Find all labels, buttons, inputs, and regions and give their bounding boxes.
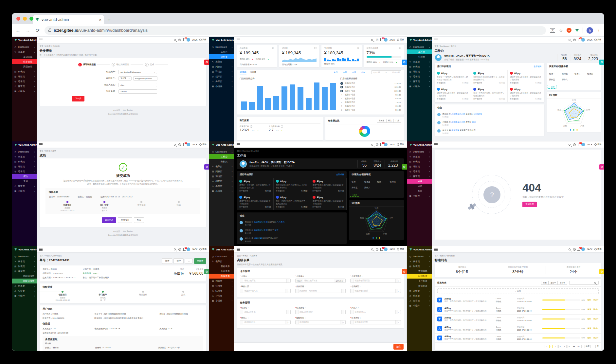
sidebar-menu-item[interactable]: ▤列表页 — [407, 159, 432, 164]
help-icon[interactable]: ? — [178, 248, 181, 251]
sidebar-menu-item[interactable]: ⚠异常页 — [209, 79, 234, 84]
activity-link[interactable]: 留言 — [275, 229, 279, 231]
edit-link[interactable]: 编辑 — [588, 337, 591, 339]
menu-trigger-icon[interactable] — [237, 248, 240, 251]
footer-link[interactable]: Ant Design — [123, 230, 133, 233]
activity-link[interactable]: 高逼格设计天团 — [254, 221, 268, 223]
help-icon[interactable]: ? — [376, 143, 378, 146]
sidebar-menu-item[interactable]: ◷Dashboard — [407, 149, 432, 154]
theme-settings-gear-icon[interactable]: ⚙ — [402, 164, 407, 170]
back-to-list-button[interactable]: 返回列表 — [102, 217, 116, 223]
project-tile[interactable]: Alipay 城镇中有那么多的酒馆，她却偏偏走进了我的酒馆 科学搬砖组9小时前 — [508, 86, 544, 102]
sidebar-menu-item[interactable]: ◎结果页 — [209, 179, 234, 184]
project-tile[interactable]: Alipay 那是一种内在的东西，他们到达不了，也无法触及的 科学搬砖组9小时前 — [274, 194, 310, 210]
sidebar-menu-item[interactable]: ▦小组件 — [209, 298, 234, 303]
edit-link[interactable]: 编辑 — [588, 318, 591, 320]
sidebar-menu-item[interactable]: ◷Dashboard — [209, 254, 234, 259]
project-team[interactable]: 科学搬砖组 — [276, 206, 284, 208]
minimize-window-button[interactable] — [23, 17, 27, 21]
username[interactable]: JACK — [390, 39, 395, 41]
receiver-account-input[interactable]: test@example.com — [133, 76, 157, 81]
project-team[interactable]: 科学搬砖组 — [239, 190, 248, 192]
language-switch[interactable]: 简体 — [594, 143, 602, 146]
sidebar-menu-item[interactable]: 高级表单 — [12, 64, 37, 69]
notifications-bell[interactable]: 13 — [380, 39, 381, 41]
username[interactable]: JACK — [587, 143, 592, 146]
page-button[interactable]: 1 — [549, 345, 553, 348]
jump-page-input[interactable] — [590, 345, 596, 348]
user-avatar[interactable] — [581, 247, 585, 251]
maximize-window-button[interactable] — [29, 17, 33, 21]
language-switch[interactable]: 简体 — [397, 248, 404, 251]
project-team[interactable]: 科学搬砖组 — [510, 82, 518, 84]
sidebar-menu-item[interactable]: 分步表单 — [209, 269, 234, 274]
item-title[interactable]: AliPay — [444, 317, 494, 319]
project-team[interactable]: 科学搬砖组 — [437, 82, 445, 84]
language-switch[interactable]: 简体 — [199, 248, 207, 251]
project-tile[interactable]: Alipay 城镇中有那么多的酒馆，她却偏偏走进了我的酒馆 科学搬砖组9小时前 — [435, 86, 471, 102]
channel-button[interactable]: 门店 — [394, 119, 401, 123]
sidebar-menu-item[interactable]: ✎表单页 — [209, 164, 234, 169]
info-icon[interactable]: i — [281, 125, 283, 128]
sidebar-menu-item[interactable]: ▥详情页 — [12, 164, 37, 169]
theme-settings-gear-icon[interactable]: ⚙ — [204, 164, 209, 170]
more-link[interactable]: 更多∨ — [593, 318, 599, 320]
view-project-button[interactable]: 查看项目 — [118, 217, 132, 223]
page-button[interactable]: ••• — [572, 345, 576, 348]
project-tile[interactable]: Alipay 那时候我只会想自己想要什么，从不想自己拥有什么 科学搬砖组9小时前 — [471, 70, 508, 86]
close-tab-icon[interactable]: × — [99, 17, 101, 22]
notifications-bell[interactable]: 13 — [578, 143, 578, 146]
sidebar-menu-item[interactable]: ▤列表页 — [209, 169, 234, 174]
menu-trigger-icon[interactable] — [434, 143, 438, 146]
project-team[interactable]: 科学搬砖组 — [473, 82, 482, 84]
app-logo[interactable]: Vue Antd Admin — [209, 141, 234, 148]
language-switch[interactable]: 简体 — [199, 143, 207, 146]
sidebar-menu-item[interactable]: ⚠异常页 — [407, 298, 432, 303]
sidebar-menu-item[interactable]: ▤列表页 — [209, 279, 234, 283]
project-team[interactable]: 科学搬砖组 — [510, 98, 518, 100]
help-icon[interactable]: ? — [573, 143, 576, 146]
menu-trigger-icon[interactable] — [237, 39, 240, 41]
sidebar-menu-item[interactable]: ⚠异常页 — [407, 174, 432, 179]
footer-link[interactable]: Ant Design — [123, 109, 133, 112]
sidebar-menu-item[interactable]: ▥详情页 — [209, 283, 234, 288]
step-detail[interactable]: 2016-12-12 12:32 — [43, 299, 83, 301]
amount-input[interactable]: ¥ 5000 — [118, 89, 157, 94]
notifications-bell[interactable]: 13 — [380, 248, 381, 250]
sidebar-menu-item[interactable]: ✎表单页 — [407, 259, 432, 264]
sidebar-menu-item[interactable]: 高级表单 — [209, 274, 234, 279]
add-item-button[interactable]: + 添加 — [437, 288, 599, 294]
activity-link[interactable]: 高逼格设计天团 — [451, 121, 465, 123]
field-input[interactable]: 请输入仓库名 — [240, 279, 290, 283]
project-tile[interactable]: Alipay 城镇中有那么多的酒馆，她却偏偏走进了我的酒馆 科学搬砖组9小时前 — [237, 194, 274, 210]
menu-trigger-icon[interactable] — [39, 143, 43, 146]
sidebar-menu-item[interactable]: ◷Dashboard — [12, 254, 37, 259]
sidebar-menu-item[interactable]: 工作台 — [407, 49, 432, 54]
page-button[interactable]: 3 — [558, 345, 562, 348]
quick-op-link[interactable]: 操作二 — [561, 71, 574, 77]
language-switch[interactable]: 简体 — [397, 143, 404, 146]
project-team[interactable]: 科学搬砖组 — [313, 206, 321, 208]
sidebar-menu-item[interactable]: 分析页 — [209, 54, 234, 59]
browser-tab[interactable]: vue-antd-admin × — [33, 15, 104, 24]
sidebar-menu-item[interactable]: ✎表单页 — [407, 59, 432, 64]
step-detail[interactable]: 催一下 — [86, 209, 123, 212]
project-team[interactable]: 科学搬砖组 — [473, 98, 482, 100]
menu-trigger-icon[interactable] — [39, 248, 43, 251]
quick-op-link[interactable]: 操作一 — [549, 71, 561, 77]
back-home-button[interactable]: 返回首页 — [522, 202, 537, 207]
notifications-bell[interactable]: 13 — [578, 39, 578, 41]
url-bar[interactable]: iczer.gitee.io/vue-antd-admin/#/dashboar… — [45, 26, 546, 35]
sidebar-menu-item[interactable]: 高级详情页 — [12, 279, 37, 283]
search-icon[interactable] — [569, 144, 571, 146]
all-projects-link[interactable]: 全部项目 — [534, 65, 542, 68]
quick-op-link[interactable]: 操作三 — [574, 71, 587, 77]
page-button[interactable]: 2 — [554, 345, 557, 348]
sidebar-menu-item[interactable]: 分步表单 — [12, 59, 37, 64]
sidebar-menu-item[interactable]: ▤列表页 — [407, 64, 432, 69]
footer-link[interactable]: Pro首页 — [113, 109, 120, 112]
user-avatar[interactable] — [581, 38, 585, 42]
menu-trigger-icon[interactable] — [434, 39, 438, 41]
theme-settings-gear-icon[interactable]: ⚙ — [599, 164, 604, 170]
user-avatar[interactable] — [581, 143, 585, 146]
